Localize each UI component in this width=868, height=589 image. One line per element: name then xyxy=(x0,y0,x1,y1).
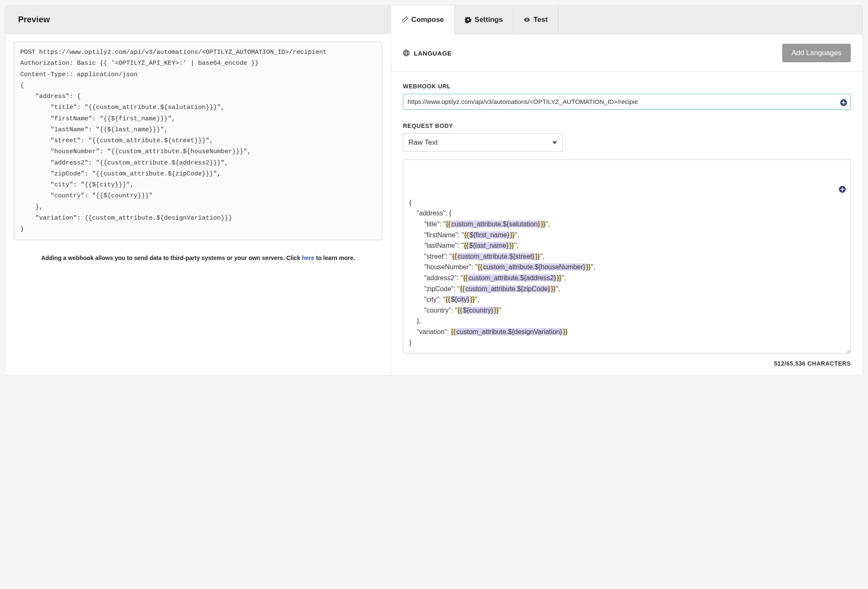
language-label-text: LANGUAGE xyxy=(414,50,452,57)
tab-settings[interactable]: Settings xyxy=(455,5,513,34)
body-line: "houseNumber": "{{custom_attribute.${hou… xyxy=(409,262,844,273)
pencil-icon xyxy=(401,16,408,23)
webhook-url-input[interactable] xyxy=(403,94,851,110)
request-body-editor[interactable]: { "address": { "title": "{{custom_attrib… xyxy=(403,159,851,353)
learn-more-link[interactable]: here xyxy=(302,255,315,261)
body-line: "city": "{{${city}}}", xyxy=(409,294,844,305)
gear-icon xyxy=(465,16,471,23)
preview-title: Preview xyxy=(5,5,391,34)
tab-compose[interactable]: Compose xyxy=(391,5,454,34)
body-line: "firstName": "{{${first_name}}}", xyxy=(409,230,844,241)
tab-settings-label: Settings xyxy=(475,16,503,24)
tabs: Compose Settings Test xyxy=(391,5,863,34)
chevron-down-icon xyxy=(552,141,557,144)
body-line: }, xyxy=(409,316,844,326)
preview-note-prefix: Adding a webhook allows you to send data… xyxy=(41,255,302,261)
app-container: Preview POST https://www.optilyz.com/api… xyxy=(5,5,863,376)
globe-icon xyxy=(403,50,410,56)
preview-body: POST https://www.optilyz.com/api/v3/auto… xyxy=(5,34,391,271)
body-line: { xyxy=(409,197,844,208)
body-type-select-wrap: Raw Text xyxy=(403,133,563,152)
body-line: "zipCode": "{{custom_attribute.${zipCode… xyxy=(409,284,844,294)
preview-panel: Preview POST https://www.optilyz.com/api… xyxy=(5,5,391,375)
add-variable-icon[interactable] xyxy=(840,99,847,106)
body-line: "country": "{{${country}}}" xyxy=(409,305,844,316)
language-label: LANGUAGE xyxy=(403,50,452,57)
tab-test-label: Test xyxy=(534,16,548,24)
request-body-label: REQUEST BODY xyxy=(403,122,851,129)
tab-compose-label: Compose xyxy=(411,16,444,24)
body-line: "title": "{{custom_attribute.${salutatio… xyxy=(409,219,844,230)
webhook-url-label: WEBHOOK URL xyxy=(403,83,851,90)
webhook-url-wrap xyxy=(403,94,851,111)
preview-note-suffix: to learn more. xyxy=(315,255,355,261)
body-line: "lastName": "{{${last_name}}}", xyxy=(409,240,844,251)
body-type-select[interactable]: Raw Text xyxy=(403,133,563,152)
body-line: "variation": {{custom_attribute.${design… xyxy=(409,326,844,337)
editor-panel: Compose Settings Test LANGUAG xyxy=(391,5,863,375)
add-body-variable-icon[interactable] xyxy=(839,164,846,172)
body-line: "address": { xyxy=(409,208,844,219)
body-line: "street": "{{custom_attribute.${street}}… xyxy=(409,251,844,262)
add-languages-button[interactable]: Add Languages xyxy=(782,44,851,62)
eye-icon xyxy=(524,16,530,23)
preview-output: POST https://www.optilyz.com/api/v3/auto… xyxy=(14,42,382,240)
language-row: LANGUAGE Add Languages xyxy=(391,34,863,72)
character-count: 512/65,536 CHARACTERS xyxy=(403,360,851,367)
form-area: WEBHOOK URL REQUEST BODY Raw Text { "add… xyxy=(391,72,863,375)
body-line: } xyxy=(409,337,844,348)
preview-help-text: Adding a webhook allows you to send data… xyxy=(14,253,382,263)
tabs-spacer xyxy=(558,5,863,34)
body-type-value: Raw Text xyxy=(408,138,438,147)
tab-test[interactable]: Test xyxy=(513,5,558,34)
body-line: "address2": "{{custom_attribute.${addres… xyxy=(409,273,844,284)
